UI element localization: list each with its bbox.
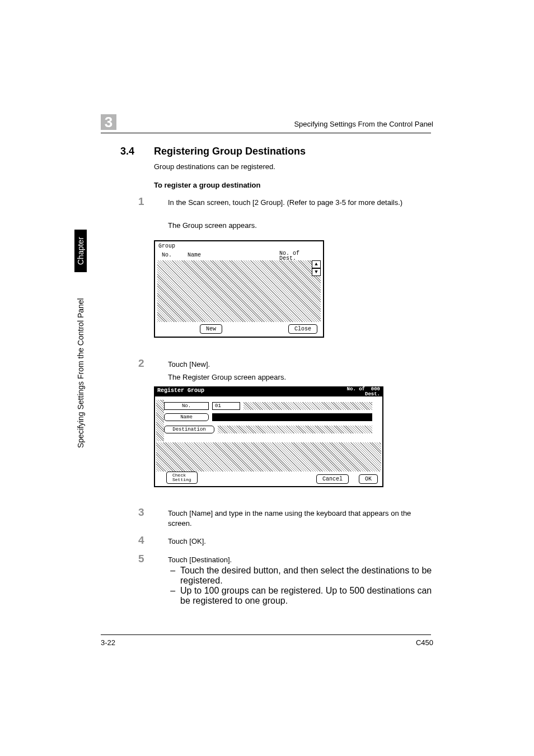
footer-model: C450 — [416, 638, 433, 647]
group-scroll[interactable]: ▲ ▼ — [312, 260, 321, 277]
register-group-titlebar: Register Group No. of 000 Dest. — [154, 386, 383, 396]
no-right-hatch — [243, 402, 372, 410]
dest-count: No. of 000 Dest. — [347, 387, 380, 397]
destination-button[interactable]: Destination — [164, 426, 214, 433]
group-list-area — [157, 260, 321, 322]
row-name[interactable]: Name — [164, 413, 372, 423]
footer-rule — [101, 634, 431, 635]
step-5-bullet-2: Up to 100 groups can be registered. Up t… — [180, 586, 438, 606]
step-5-text: Touch [Destination]. — [168, 555, 425, 565]
check-setting-button[interactable]: Check Setting — [166, 472, 198, 484]
step-2-number: 2 — [138, 357, 144, 370]
section-subhead: To register a group destination — [154, 181, 260, 189]
group-screen-title: Group — [158, 243, 175, 249]
step-1-number: 1 — [138, 195, 144, 208]
name-button[interactable]: Name — [164, 413, 209, 421]
col-dest: No. of Dest. — [278, 251, 301, 261]
register-group-title: Register Group — [157, 388, 204, 394]
register-group-body: No. 01 Name Destination Check Setting Ca… — [154, 396, 383, 487]
new-button[interactable]: New — [200, 324, 222, 334]
register-bottom-hatch — [156, 442, 381, 472]
section-title: Registering Group Destinations — [154, 146, 306, 157]
step-3-number: 3 — [138, 506, 144, 519]
scroll-up-icon[interactable]: ▲ — [312, 260, 321, 268]
step-4-number: 4 — [138, 534, 144, 547]
step-5-number: 5 — [138, 553, 144, 565]
side-section-label: Specifying Settings From the Control Pan… — [74, 272, 87, 479]
group-screen: Group No. Name No. of Dest. ▲ ▼ New Clos… — [154, 240, 324, 338]
step-5-bullets: Touch the desired button, and then selec… — [168, 566, 438, 606]
register-group-screen: Register Group No. of 000 Dest. No. 01 N… — [154, 386, 383, 487]
name-field-blank — [212, 413, 372, 421]
step-2-text: Touch [New]. — [168, 360, 425, 370]
footer-page: 3-22 — [101, 638, 115, 647]
no-value: 01 — [212, 402, 240, 410]
running-header: Specifying Settings From the Control Pan… — [294, 120, 433, 128]
side-chapter-label: Chapter 3 — [74, 230, 87, 272]
col-no: No. — [161, 252, 173, 258]
group-columns: No. Name — [161, 252, 202, 258]
no-label: No. — [164, 402, 209, 410]
step-5-bullet-1: Touch the desired button, and then selec… — [180, 566, 438, 586]
check-l2: Setting — [172, 477, 191, 482]
scroll-down-icon[interactable]: ▼ — [312, 268, 321, 276]
section-intro: Group destinations can be registered. — [154, 162, 275, 171]
row-no: No. 01 — [164, 402, 372, 412]
step-3-text: Touch [Name] and type in the name using … — [168, 508, 425, 528]
close-button[interactable]: Close — [288, 324, 317, 334]
side-tab: Chapter 3 Specifying Settings From the C… — [74, 230, 87, 493]
step-1-text: In the Scan screen, touch [2 Group]. (Re… — [168, 198, 425, 208]
dest-right-hatch — [218, 426, 372, 433]
cancel-button[interactable]: Cancel — [316, 474, 349, 484]
row-destination[interactable]: Destination — [164, 426, 372, 436]
ok-button[interactable]: OK — [359, 474, 378, 484]
left-hatch — [156, 400, 164, 441]
step-1-result: The Group screen appears. — [168, 221, 425, 230]
dest-count-l1: No. of — [347, 386, 365, 392]
section-number: 3.4 — [120, 146, 134, 157]
header-rule — [101, 133, 431, 133]
step-4-text: Touch [OK]. — [168, 536, 425, 547]
chapter-number-badge: 3 — [101, 114, 116, 130]
step-2-result: The Register Group screen appears. — [168, 373, 425, 381]
col-name: Name — [186, 252, 202, 258]
